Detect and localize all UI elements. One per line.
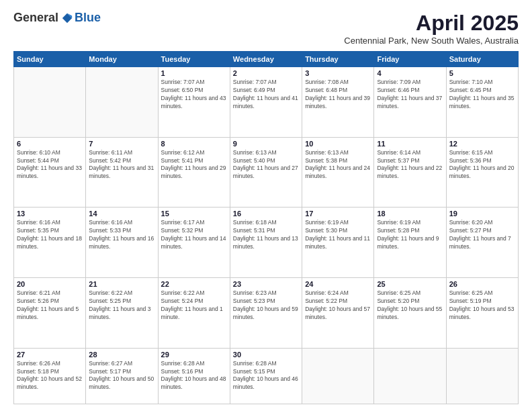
header-friday: Friday	[374, 52, 446, 67]
day-info: Sunrise: 6:11 AM Sunset: 5:42 PM Dayligh…	[89, 149, 154, 181]
day-info: Sunrise: 6:25 AM Sunset: 5:20 PM Dayligh…	[377, 289, 443, 322]
day-info: Sunrise: 6:19 AM Sunset: 5:28 PM Dayligh…	[377, 219, 443, 251]
title-area: April 2025 Centennial Park, New South Wa…	[344, 11, 519, 46]
day-number: 2	[233, 69, 299, 77]
table-row: 5Sunrise: 7:10 AM Sunset: 6:45 PM Daylig…	[446, 67, 518, 138]
table-row: 22Sunrise: 6:22 AM Sunset: 5:24 PM Dayli…	[158, 278, 230, 349]
day-info: Sunrise: 6:24 AM Sunset: 5:22 PM Dayligh…	[305, 289, 371, 322]
table-row: 8Sunrise: 6:12 AM Sunset: 5:41 PM Daylig…	[158, 137, 230, 208]
day-number: 6	[17, 140, 83, 148]
table-row: 6Sunrise: 6:10 AM Sunset: 5:44 PM Daylig…	[14, 137, 86, 208]
header: General Blue April 2025 Centennial Park,…	[13, 11, 519, 46]
day-number: 21	[89, 280, 154, 288]
logo: General Blue	[13, 11, 101, 25]
day-number: 28	[89, 351, 154, 359]
table-row: 29Sunrise: 6:28 AM Sunset: 5:16 PM Dayli…	[158, 348, 230, 404]
header-saturday: Saturday	[446, 52, 518, 67]
day-number: 19	[449, 210, 515, 218]
day-number: 10	[305, 140, 371, 148]
table-row: 23Sunrise: 6:23 AM Sunset: 5:23 PM Dayli…	[230, 278, 302, 349]
logo-general: General	[13, 11, 58, 25]
header-wednesday: Wednesday	[230, 52, 302, 67]
table-row: 28Sunrise: 6:27 AM Sunset: 5:17 PM Dayli…	[86, 348, 158, 404]
day-number: 11	[377, 140, 443, 148]
day-number: 16	[233, 210, 299, 218]
table-row: 12Sunrise: 6:15 AM Sunset: 5:36 PM Dayli…	[446, 137, 518, 208]
table-row: 27Sunrise: 6:26 AM Sunset: 5:18 PM Dayli…	[14, 348, 86, 404]
calendar: Sunday Monday Tuesday Wednesday Thursday…	[13, 51, 519, 404]
table-row: 20Sunrise: 6:21 AM Sunset: 5:26 PM Dayli…	[14, 278, 86, 349]
table-row: 17Sunrise: 6:19 AM Sunset: 5:30 PM Dayli…	[302, 208, 374, 278]
day-info: Sunrise: 6:23 AM Sunset: 5:23 PM Dayligh…	[233, 289, 299, 322]
day-number: 29	[161, 351, 227, 359]
table-row: 11Sunrise: 6:14 AM Sunset: 5:37 PM Dayli…	[374, 137, 446, 208]
table-row: 10Sunrise: 6:13 AM Sunset: 5:38 PM Dayli…	[302, 137, 374, 208]
table-row	[14, 67, 86, 138]
day-number: 1	[161, 69, 227, 77]
day-number: 12	[449, 140, 515, 148]
day-number: 17	[305, 210, 371, 218]
table-row: 30Sunrise: 6:28 AM Sunset: 5:15 PM Dayli…	[230, 348, 302, 404]
day-number: 20	[17, 280, 83, 288]
table-row: 21Sunrise: 6:22 AM Sunset: 5:25 PM Dayli…	[86, 278, 158, 349]
day-info: Sunrise: 6:12 AM Sunset: 5:41 PM Dayligh…	[161, 149, 227, 181]
table-row: 13Sunrise: 6:16 AM Sunset: 5:35 PM Dayli…	[14, 208, 86, 278]
day-number: 5	[449, 69, 515, 77]
day-number: 27	[17, 351, 83, 359]
day-number: 4	[377, 69, 443, 77]
day-number: 7	[89, 140, 154, 148]
day-info: Sunrise: 6:22 AM Sunset: 5:25 PM Dayligh…	[89, 289, 154, 322]
svg-marker-0	[62, 13, 72, 22]
header-monday: Monday	[86, 52, 158, 67]
day-info: Sunrise: 7:08 AM Sunset: 6:48 PM Dayligh…	[305, 79, 371, 111]
table-row: 14Sunrise: 6:16 AM Sunset: 5:33 PM Dayli…	[86, 208, 158, 278]
weekday-header-row: Sunday Monday Tuesday Wednesday Thursday…	[14, 52, 519, 67]
logo-icon	[61, 12, 73, 24]
day-info: Sunrise: 6:20 AM Sunset: 5:27 PM Dayligh…	[449, 219, 515, 251]
table-row: 16Sunrise: 6:18 AM Sunset: 5:31 PM Dayli…	[230, 208, 302, 278]
day-info: Sunrise: 6:13 AM Sunset: 5:40 PM Dayligh…	[233, 149, 299, 181]
day-info: Sunrise: 6:18 AM Sunset: 5:31 PM Dayligh…	[233, 219, 299, 251]
day-info: Sunrise: 6:14 AM Sunset: 5:37 PM Dayligh…	[377, 149, 443, 181]
day-number: 24	[305, 280, 371, 288]
table-row	[446, 348, 518, 404]
day-info: Sunrise: 6:10 AM Sunset: 5:44 PM Dayligh…	[17, 149, 83, 181]
logo-blue: Blue	[75, 11, 101, 25]
table-row: 15Sunrise: 6:17 AM Sunset: 5:32 PM Dayli…	[158, 208, 230, 278]
table-row: 2Sunrise: 7:07 AM Sunset: 6:49 PM Daylig…	[230, 67, 302, 138]
day-info: Sunrise: 6:17 AM Sunset: 5:32 PM Dayligh…	[161, 219, 227, 251]
day-info: Sunrise: 6:26 AM Sunset: 5:18 PM Dayligh…	[17, 360, 83, 392]
day-info: Sunrise: 6:28 AM Sunset: 5:15 PM Dayligh…	[233, 360, 299, 392]
day-number: 3	[305, 69, 371, 77]
table-row: 26Sunrise: 6:25 AM Sunset: 5:19 PM Dayli…	[446, 278, 518, 349]
table-row	[86, 67, 158, 138]
day-info: Sunrise: 6:16 AM Sunset: 5:35 PM Dayligh…	[17, 219, 83, 251]
day-number: 13	[17, 210, 83, 218]
day-info: Sunrise: 7:10 AM Sunset: 6:45 PM Dayligh…	[449, 79, 515, 111]
header-sunday: Sunday	[14, 52, 86, 67]
day-number: 8	[161, 140, 227, 148]
day-number: 15	[161, 210, 227, 218]
day-info: Sunrise: 6:16 AM Sunset: 5:33 PM Dayligh…	[89, 219, 154, 251]
month-title: April 2025	[344, 11, 519, 36]
day-info: Sunrise: 7:07 AM Sunset: 6:50 PM Dayligh…	[161, 79, 227, 111]
day-number: 25	[377, 280, 443, 288]
day-number: 9	[233, 140, 299, 148]
table-row	[374, 348, 446, 404]
day-number: 30	[233, 351, 299, 359]
day-number: 18	[377, 210, 443, 218]
table-row	[302, 348, 374, 404]
day-number: 22	[161, 280, 227, 288]
header-thursday: Thursday	[302, 52, 374, 67]
table-row: 4Sunrise: 7:09 AM Sunset: 6:46 PM Daylig…	[374, 67, 446, 138]
table-row: 9Sunrise: 6:13 AM Sunset: 5:40 PM Daylig…	[230, 137, 302, 208]
header-tuesday: Tuesday	[158, 52, 230, 67]
logo-area: General Blue	[13, 11, 101, 25]
table-row: 3Sunrise: 7:08 AM Sunset: 6:48 PM Daylig…	[302, 67, 374, 138]
day-info: Sunrise: 6:28 AM Sunset: 5:16 PM Dayligh…	[161, 360, 227, 392]
day-info: Sunrise: 6:15 AM Sunset: 5:36 PM Dayligh…	[449, 149, 515, 181]
table-row: 7Sunrise: 6:11 AM Sunset: 5:42 PM Daylig…	[86, 137, 158, 208]
table-row: 25Sunrise: 6:25 AM Sunset: 5:20 PM Dayli…	[374, 278, 446, 349]
table-row: 1Sunrise: 7:07 AM Sunset: 6:50 PM Daylig…	[158, 67, 230, 138]
table-row: 18Sunrise: 6:19 AM Sunset: 5:28 PM Dayli…	[374, 208, 446, 278]
